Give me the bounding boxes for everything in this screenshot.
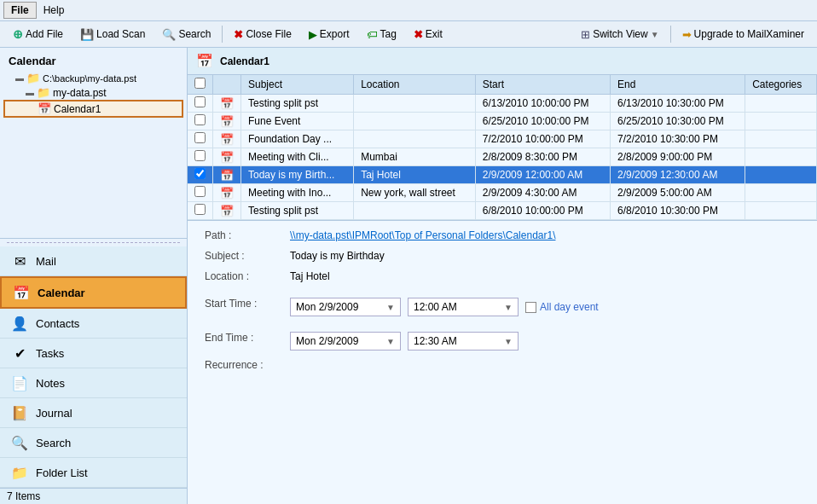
nav-item-journal[interactable]: 📔 Journal xyxy=(0,398,187,428)
export-button[interactable]: ▶ Export xyxy=(301,25,357,44)
tree-item-backup[interactable]: ▬ 📁 C:\backup\my-data.pst xyxy=(3,71,183,85)
menu-help[interactable]: Help xyxy=(38,3,70,18)
start-date-value: Mon 2/9/2009 xyxy=(296,301,358,313)
row-icon-cell: 📅 xyxy=(213,113,241,130)
end-date-select[interactable]: Mon 2/9/2009 ▼ xyxy=(290,332,401,350)
row-checkbox[interactable] xyxy=(194,150,206,161)
table-row[interactable]: 📅 Testing split pst 6/13/2010 10:00:00 P… xyxy=(188,95,817,113)
row-check-cell[interactable] xyxy=(188,166,213,184)
contacts-icon: 👤 xyxy=(10,314,29,333)
tag-button[interactable]: 🏷 Tag xyxy=(359,25,404,44)
row-icon-cell: 📅 xyxy=(213,166,241,184)
nav-item-notes[interactable]: 📄 Notes xyxy=(0,368,187,398)
expand-icon: ▬ xyxy=(15,73,24,83)
detail-path-label: Path : xyxy=(205,229,290,241)
row-icon-cell: 📅 xyxy=(213,130,241,148)
row-check-cell[interactable] xyxy=(188,113,213,130)
load-scan-button[interactable]: 💾 Load Scan xyxy=(72,25,153,44)
nav-item-tasks[interactable]: ✔ Tasks xyxy=(0,339,187,368)
nav-item-folder-list[interactable]: 📁 Folder List xyxy=(0,458,187,488)
folder-list-icon: 📁 xyxy=(10,463,29,482)
table-row[interactable]: 📅 Today is my Birth... Taj Hotel 2/9/200… xyxy=(188,166,817,184)
row-checkbox[interactable] xyxy=(194,132,206,143)
all-day-checkbox-box[interactable] xyxy=(525,302,536,313)
select-all-checkbox[interactable] xyxy=(194,78,206,89)
nav-item-search[interactable]: 🔍 Search xyxy=(0,428,187,458)
col-header-check[interactable] xyxy=(188,75,213,95)
row-checkbox[interactable] xyxy=(194,168,206,179)
sidebar-title: Calendar xyxy=(3,51,183,71)
nav-items: ✉ Mail 📅 Calendar 👤 Contacts ✔ Tasks 📄 N… xyxy=(0,246,187,488)
detail-end-row: End Time : Mon 2/9/2009 ▼ 12:30 AM ▼ xyxy=(205,332,800,350)
row-icon-cell: 📅 xyxy=(213,202,241,220)
detail-location-row: Location : Taj Hotel xyxy=(205,270,800,282)
detail-path-value[interactable]: \\my-data.pst\IPMRoot\Top of Personal Fo… xyxy=(290,229,555,241)
row-checkbox[interactable] xyxy=(194,204,206,215)
start-time-arrow: ▼ xyxy=(504,303,513,312)
row-check-cell[interactable] xyxy=(188,202,213,220)
col-header-end[interactable]: End xyxy=(610,75,745,95)
end-time-arrow: ▼ xyxy=(504,337,513,346)
tree-item-calendar1[interactable]: 📅 Calendar1 xyxy=(3,100,183,118)
menu-file[interactable]: File xyxy=(3,2,37,19)
end-date-value: Mon 2/9/2009 xyxy=(296,335,358,347)
start-date-select[interactable]: Mon 2/9/2009 ▼ xyxy=(290,298,401,316)
table-row[interactable]: 📅 Meeting with Cli... Mumbai 2/8/2009 8:… xyxy=(188,148,817,166)
row-checkbox[interactable] xyxy=(194,114,206,125)
detail-location-value: Taj Hotel xyxy=(290,270,330,282)
upgrade-button[interactable]: ➡ Upgrade to MailXaminer xyxy=(675,25,812,44)
nav-item-calendar[interactable]: 📅 Calendar xyxy=(0,276,187,309)
detail-end-label: End Time : xyxy=(205,332,290,344)
add-file-button[interactable]: ⊕ Add File xyxy=(5,24,71,44)
row-start: 2/8/2009 8:30:00 PM xyxy=(475,148,610,166)
col-header-icon xyxy=(213,75,241,95)
search-icon: 🔍 xyxy=(162,28,176,41)
sidebar: Calendar ▬ 📁 C:\backup\my-data.pst ▬ 📁 m… xyxy=(0,48,188,504)
row-subject: Testing split pst xyxy=(241,202,354,220)
toolbar: ⊕ Add File 💾 Load Scan 🔍 Search ✖ Close … xyxy=(0,21,817,48)
detail-start-time-row: Mon 2/9/2009 ▼ 12:00 AM ▼ All day event xyxy=(290,298,599,316)
table-row[interactable]: 📅 Testing split pst 6/8/2010 10:00:00 PM… xyxy=(188,202,817,220)
nav-item-contacts[interactable]: 👤 Contacts xyxy=(0,309,187,339)
detail-location-label: Location : xyxy=(205,270,290,282)
toolbar-separator-2 xyxy=(670,26,671,43)
row-categories xyxy=(745,166,817,184)
exit-button[interactable]: ✖ Exit xyxy=(406,25,450,44)
row-checkbox[interactable] xyxy=(194,186,206,197)
row-start: 2/9/2009 4:30:00 AM xyxy=(475,184,610,202)
col-header-start[interactable]: Start xyxy=(475,75,610,95)
load-scan-icon: 💾 xyxy=(80,28,94,41)
switch-view-button[interactable]: ⊞ Switch View ▼ xyxy=(573,25,666,44)
row-icon-cell: 📅 xyxy=(213,148,241,166)
row-subject: Testing split pst xyxy=(241,95,354,113)
row-check-cell[interactable] xyxy=(188,184,213,202)
nav-label-folder-list: Folder List xyxy=(36,466,88,479)
nav-item-mail[interactable]: ✉ Mail xyxy=(0,246,187,276)
add-file-icon: ⊕ xyxy=(13,27,23,41)
end-time-select[interactable]: 12:30 AM ▼ xyxy=(408,332,519,350)
row-check-cell[interactable] xyxy=(188,130,213,148)
table-row[interactable]: 📅 Meeting with Ino... New york, wall str… xyxy=(188,184,817,202)
expand-icon-2: ▬ xyxy=(26,88,34,97)
tree-item-mydata[interactable]: ▬ 📁 my-data.pst xyxy=(3,85,183,100)
row-categories xyxy=(745,202,817,220)
close-file-button[interactable]: ✖ Close File xyxy=(226,25,298,44)
row-checkbox[interactable] xyxy=(194,96,206,107)
col-header-subject[interactable]: Subject xyxy=(241,75,354,95)
nav-label-notes: Notes xyxy=(36,377,65,390)
table-row[interactable]: 📅 Foundation Day ... 7/2/2010 10:00:00 P… xyxy=(188,130,817,148)
col-header-categories[interactable]: Categories xyxy=(745,75,817,95)
col-header-location[interactable]: Location xyxy=(354,75,476,95)
search-button[interactable]: 🔍 Search xyxy=(154,25,218,44)
detail-subject-label: Subject : xyxy=(205,250,290,262)
content-title: Calendar1 xyxy=(220,55,269,67)
row-check-cell[interactable] xyxy=(188,148,213,166)
table-row[interactable]: 📅 Fune Event 6/25/2010 10:00:00 PM 6/25/… xyxy=(188,113,817,130)
row-check-cell[interactable] xyxy=(188,95,213,113)
start-time-select[interactable]: 12:00 AM ▼ xyxy=(408,298,519,316)
content-area: 📅 Calendar1 Subject Location Start End C… xyxy=(188,48,817,504)
all-day-checkbox[interactable]: All day event xyxy=(525,301,599,313)
detail-start-row: Start Time : Mon 2/9/2009 ▼ 12:00 AM ▼ A… xyxy=(205,298,800,316)
detail-subject-row: Subject : Today is my Birthday xyxy=(205,250,800,262)
mail-icon: ✉ xyxy=(10,252,29,270)
